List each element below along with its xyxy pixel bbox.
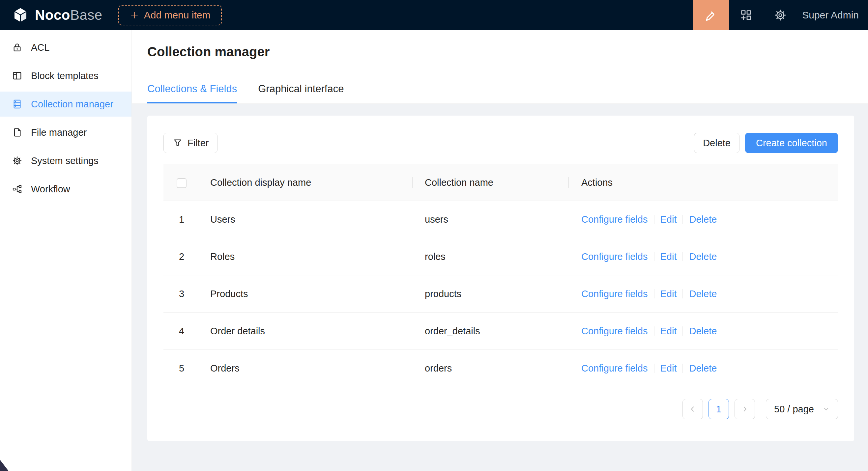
collection-name-cell: roles [413,238,569,275]
table-row: 5 Orders orders Configure fieldsEditDele… [163,350,838,387]
sidebar-item-label: Collection manager [31,99,113,110]
divider [654,327,654,336]
page-size-select[interactable]: 50 / page [766,399,838,419]
tab-graphical-interface[interactable]: Graphical interface [258,82,344,103]
divider [682,289,683,298]
collection-name-cell: orders [413,350,569,387]
brand-name: NocoBase [35,7,102,23]
row-actions-cell: Configure fieldsEditDelete [569,201,838,238]
file-icon [12,127,23,138]
sidebar-item-label: File manager [31,127,87,138]
collections-card: Filter Delete Create collection [147,115,854,441]
next-page-button[interactable] [735,399,755,419]
select-all-header [163,164,200,201]
chevron-down-icon [823,405,830,413]
row-index: 1 [163,201,200,238]
sidebar-item-file-manager[interactable]: File manager [0,120,131,145]
divider [682,252,683,261]
create-collection-button[interactable]: Create collection [745,133,838,153]
table-toolbar: Filter Delete Create collection [163,133,838,153]
row-index: 3 [163,275,200,312]
add-menu-item-button[interactable]: Add menu item [118,5,222,25]
sidebar-item-label: Workflow [31,184,70,195]
delete-link[interactable]: Delete [689,326,717,336]
row-actions-cell: Configure fieldsEditDelete [569,312,838,350]
collection-display-name-cell: Orders [200,350,413,387]
sidebar-item-label: System settings [31,156,98,166]
lock-icon [12,42,23,53]
table-header-row: Collection display name Collection name … [163,164,838,201]
tab-collections-fields[interactable]: Collections & Fields [147,82,237,103]
gear-icon [774,8,787,22]
gear-icon [12,156,23,166]
main-header: Collection manager Collections & Fields … [132,30,868,104]
configure-fields-link[interactable]: Configure fields [581,326,648,336]
divider [654,289,654,298]
topbar: NocoBase Add menu item Super Admin [0,0,868,30]
brand-base: Base [70,7,102,23]
column-header-actions: Actions [569,164,838,201]
row-index: 2 [163,238,200,275]
column-header-display-name: Collection display name [200,164,413,201]
sidebar-item-system-settings[interactable]: System settings [0,148,131,173]
app-window: NocoBase Add menu item Super Admin ACL [0,0,868,471]
divider [682,215,683,224]
sidebar-item-workflow[interactable]: Workflow [0,176,131,202]
sidebar-item-label: ACL [31,42,50,53]
filter-icon [172,138,183,148]
delete-link[interactable]: Delete [689,289,717,299]
configure-fields-link[interactable]: Configure fields [581,251,648,262]
divider [682,364,683,373]
configure-fields-link[interactable]: Configure fields [581,289,648,299]
toolbar-right: Delete Create collection [694,133,838,153]
brand-noco: Noco [35,7,70,23]
table-row: 3 Products products Configure fieldsEdit… [163,275,838,312]
table-row: 4 Order details order_details Configure … [163,312,838,350]
page-1-button[interactable]: 1 [709,399,729,419]
create-collection-label: Create collection [756,138,827,148]
edit-link[interactable]: Edit [660,363,677,373]
delete-link[interactable]: Delete [689,214,717,225]
table-row: 1 Users users Configure fieldsEditDelete [163,201,838,238]
collection-name-cell: products [413,275,569,312]
page-title: Collection manager [147,42,868,61]
settings-sidebar: ACL Block templates Collection manager F… [0,30,132,471]
collection-display-name-cell: Products [200,275,413,312]
table-row: 2 Roles roles Configure fieldsEditDelete [163,238,838,275]
collection-display-name-cell: Users [200,201,413,238]
page-size-value: 50 / page [774,404,814,415]
content-area: Filter Delete Create collection [132,104,868,471]
edit-link[interactable]: Edit [660,326,677,336]
sidebar-item-collection-manager[interactable]: Collection manager [0,92,131,116]
edit-link[interactable]: Edit [660,289,677,299]
configure-fields-link[interactable]: Configure fields [581,363,648,373]
delete-link[interactable]: Delete [689,363,717,373]
collection-display-name-cell: Order details [200,312,413,350]
workflow-icon [12,184,23,194]
divider [654,215,654,224]
row-index: 5 [163,350,200,387]
sidebar-item-acl[interactable]: ACL [0,35,131,60]
settings-button[interactable] [763,0,798,30]
highlighter-icon [704,8,718,23]
pagination: 1 50 / page [163,399,838,419]
row-index: 4 [163,312,200,350]
divider [682,327,683,336]
delete-button[interactable]: Delete [694,133,740,153]
select-all-checkbox[interactable] [177,178,187,188]
prev-page-button[interactable] [682,399,703,419]
edit-link[interactable]: Edit [660,251,677,262]
sidebar-item-block-templates[interactable]: Block templates [0,63,131,88]
collection-display-name-cell: Roles [200,238,413,275]
plus-icon [129,10,140,20]
edit-link[interactable]: Edit [660,214,677,225]
row-actions-cell: Configure fieldsEditDelete [569,350,838,387]
filter-button[interactable]: Filter [163,133,217,153]
user-menu[interactable]: Super Admin [802,9,859,21]
configure-fields-link[interactable]: Configure fields [581,214,648,225]
ui-editor-button[interactable] [693,0,729,30]
row-actions-cell: Configure fieldsEditDelete [569,275,838,312]
tab-bar: Collections & Fields Graphical interface [147,82,868,103]
delete-link[interactable]: Delete [689,251,717,262]
plugin-manager-button[interactable] [729,0,763,30]
